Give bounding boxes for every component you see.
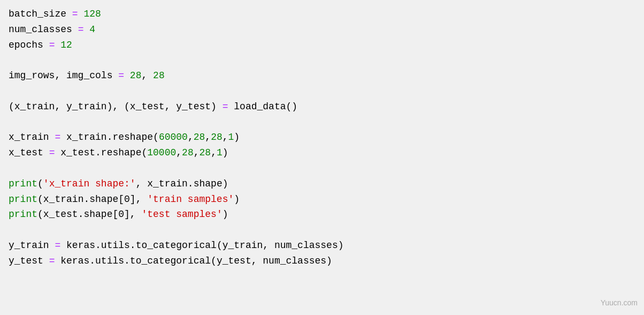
code-line-12: print('x_train shape:', x_train.shape): [9, 176, 635, 192]
code-line-17: y_test = keras.utils.to_categorical(y_te…: [9, 253, 635, 269]
code-line-2: num_classes = 4: [9, 22, 635, 38]
code-line-15: [9, 222, 635, 238]
code-line-14: print(x_test.shape[0], 'test samples'): [9, 207, 635, 222]
code-line-16: y_train = keras.utils.to_categorical(y_t…: [9, 238, 635, 253]
code-line-10: x_test = x_test.reshape(10000,28,28,1): [9, 145, 635, 161]
code-line-11: [9, 161, 635, 176]
code-display: batch_size = 128 num_classes = 4 epochs …: [0, 0, 644, 315]
code-line-1: batch_size = 128: [9, 6, 635, 22]
code-line-7: (x_train, y_train), (x_test, y_test) = l…: [9, 99, 635, 115]
watermark: Yuucn.com: [601, 297, 638, 309]
code-line-8: [9, 115, 635, 130]
code-line-5: img_rows, img_cols = 28, 28: [9, 68, 635, 84]
code-line-4: [9, 52, 635, 68]
code-line-6: [9, 84, 635, 99]
code-line-9: x_train = x_train.reshape(60000,28,28,1): [9, 130, 635, 145]
code-line-3: epochs = 12: [9, 38, 635, 53]
code-line-13: print(x_train.shape[0], 'train samples'): [9, 192, 635, 207]
